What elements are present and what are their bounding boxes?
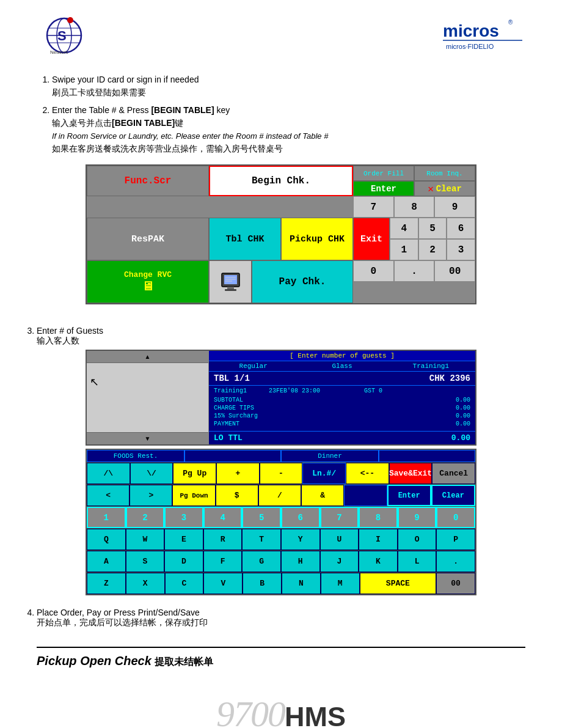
kbd-tabs: FOODS Rest. Dinner	[87, 450, 475, 462]
kbd-w[interactable]: W	[126, 529, 165, 550]
kbd-tab-dinner[interactable]: Dinner	[281, 450, 379, 462]
x-mark-icon: ✕	[428, 183, 434, 195]
kbd-0[interactable]: 0	[436, 507, 475, 528]
kbd-pgdown[interactable]: Pg Down	[172, 485, 215, 506]
kbd-j[interactable]: J	[320, 551, 359, 572]
kbd-period[interactable]: .	[436, 551, 475, 572]
kbd-00[interactable]: 00	[436, 573, 475, 594]
pos2-tbl: TBL 1/1	[214, 373, 250, 383]
kbd-5[interactable]: 5	[242, 507, 281, 528]
kbd-r[interactable]: R	[203, 529, 243, 550]
kbd-ln[interactable]: Ln.#/	[302, 463, 346, 484]
kbd-4[interactable]: 4	[203, 507, 243, 528]
shiji-logo: S Network	[37, 12, 92, 55]
pay-chk-button[interactable]: Pay Chk.	[252, 260, 353, 303]
svg-text:micros: micros	[443, 21, 499, 40]
order-fill-button[interactable]: Order Fill	[353, 166, 414, 181]
surcharge-value: 0.00	[456, 413, 470, 419]
kbd-v[interactable]: V	[203, 573, 243, 594]
kbd-space[interactable]: SPACE	[360, 573, 437, 594]
kbd-s[interactable]: S	[126, 551, 165, 572]
pickup-chk-button[interactable]: Pickup CHK	[281, 218, 353, 260]
kbd-save-exit[interactable]: Save&Exit	[389, 463, 432, 484]
kbd-dollar[interactable]: $	[216, 485, 258, 506]
num-0[interactable]: 0	[353, 260, 394, 282]
kbd-1[interactable]: 1	[87, 507, 126, 528]
kbd-d[interactable]: D	[164, 551, 203, 572]
kbd-l[interactable]: L	[398, 551, 437, 572]
kbd-x[interactable]: X	[126, 573, 165, 594]
icon-mid-button[interactable]	[209, 260, 252, 303]
kbd-z[interactable]: Z	[87, 573, 126, 594]
kbd-enter[interactable]: Enter	[387, 485, 431, 506]
kbd-tab-foods[interactable]: FOODS Rest.	[87, 450, 184, 462]
kbd-2[interactable]: 2	[126, 507, 165, 528]
kbd-9[interactable]: 9	[398, 507, 437, 528]
num-7[interactable]: 7	[353, 196, 394, 218]
payment-label: PAYMENT	[214, 421, 239, 427]
kbd-c[interactable]: C	[165, 573, 204, 594]
kbd-u[interactable]: U	[320, 529, 359, 550]
kbd-q[interactable]: Q	[87, 529, 126, 550]
kbd-n[interactable]: N	[282, 573, 321, 594]
kbd-f[interactable]: F	[203, 551, 243, 572]
kbd-i[interactable]: I	[359, 529, 398, 550]
kbd-amp[interactable]: &	[301, 485, 344, 506]
num-8[interactable]: 8	[394, 196, 435, 218]
pos2-total: LO TTL 0.00	[209, 431, 475, 444]
respak-button[interactable]: ResPAK	[87, 218, 209, 260]
kbd-e[interactable]: E	[164, 529, 203, 550]
num-1[interactable]: 1	[390, 239, 418, 260]
kbd-lt[interactable]: <	[87, 485, 130, 506]
kbd-m[interactable]: M	[321, 573, 360, 594]
kbd-minus[interactable]: -	[260, 463, 303, 484]
num-dot[interactable]: .	[394, 260, 435, 282]
kbd-gt[interactable]: >	[130, 485, 172, 506]
kbd-slash[interactable]: /	[258, 485, 301, 506]
num-5[interactable]: 5	[418, 218, 447, 239]
kbd-empty-nav	[344, 485, 387, 506]
func-scr-button[interactable]: Func.Scr	[87, 166, 209, 196]
kbd-backslash-up[interactable]: /\	[87, 463, 130, 484]
kbd-h[interactable]: H	[281, 551, 320, 572]
num-3[interactable]: 3	[447, 239, 475, 260]
kbd-p[interactable]: P	[436, 529, 475, 550]
exit-button[interactable]: Exit	[353, 218, 390, 260]
kbd-b[interactable]: B	[243, 573, 282, 594]
scroll-up-button[interactable]: ▲	[87, 351, 208, 363]
kbd-o[interactable]: O	[398, 529, 437, 550]
kbd-backspace[interactable]: <--	[346, 463, 389, 484]
enter-button[interactable]: Enter	[353, 181, 414, 196]
num-4[interactable]: 4	[390, 218, 418, 239]
tab-glass[interactable]: Glass	[297, 361, 386, 371]
num-00[interactable]: 00	[434, 260, 475, 282]
kbd-7[interactable]: 7	[320, 507, 359, 528]
num-6[interactable]: 6	[447, 218, 475, 239]
kbd-6[interactable]: 6	[281, 507, 320, 528]
kbd-t[interactable]: T	[242, 529, 281, 550]
kbd-backslash-down[interactable]: \/	[130, 463, 173, 484]
step3-instruction: Enter # of Guests 输入客人数	[37, 326, 525, 347]
num-2[interactable]: 2	[418, 239, 447, 260]
clear-button[interactable]: ✕ Clear	[414, 181, 475, 196]
scroll-down-button[interactable]: ▼	[87, 432, 208, 444]
kbd-cancel[interactable]: Cancel	[432, 463, 475, 484]
change-rvc-button[interactable]: Change RVC 🖥	[87, 260, 209, 303]
tbl-chk-button[interactable]: Tbl CHK	[209, 218, 281, 260]
begin-chk-button[interactable]: Begin Chk.	[209, 166, 353, 196]
kbd-pgup[interactable]: Pg Up	[173, 463, 216, 484]
kbd-clear[interactable]: Clear	[431, 485, 475, 506]
tab-training1[interactable]: Training1	[387, 361, 475, 371]
tab-regular[interactable]: Regular	[209, 361, 297, 371]
num-9[interactable]: 9	[434, 196, 475, 218]
kbd-a[interactable]: A	[87, 551, 126, 572]
pos2-chk: CHK 2396	[429, 373, 470, 383]
kbd-plus[interactable]: +	[216, 463, 260, 484]
kbd-8[interactable]: 8	[359, 507, 398, 528]
room-inq-button[interactable]: Room Inq.	[414, 166, 475, 181]
kbd-k[interactable]: K	[359, 551, 398, 572]
kbd-y[interactable]: Y	[281, 529, 320, 550]
kbd-g[interactable]: G	[242, 551, 281, 572]
step1-item: Swipe your ID card or sign in if needed …	[52, 73, 525, 99]
kbd-3[interactable]: 3	[164, 507, 203, 528]
